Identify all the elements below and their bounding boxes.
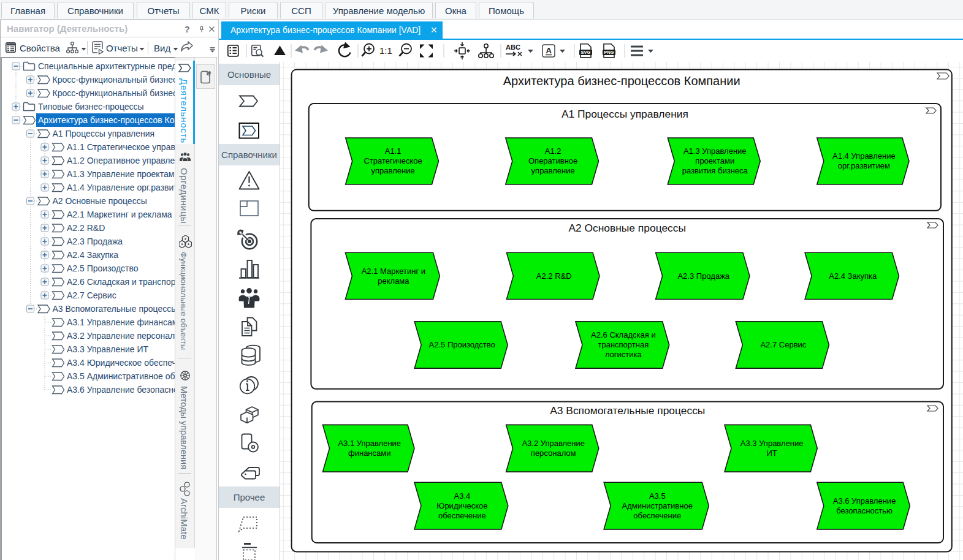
svg-text:Архитектура бизнес-процессов К: Архитектура бизнес-процессов Компании <box>38 115 175 125</box>
svg-text:Стратегическое: Стратегическое <box>364 156 422 165</box>
svg-text:А2.4 Закупка: А2.4 Закупка <box>829 271 877 281</box>
svg-text:реклама: реклама <box>378 276 409 286</box>
svg-text:Архитектура бизнес-процессов К: Архитектура бизнес-процессов Компании <box>503 74 740 88</box>
svg-text:А3.1 Управление: А3.1 Управление <box>338 439 401 448</box>
svg-text:А3.2 Управление: А3.2 Управление <box>522 439 585 448</box>
svg-text:А2.2 R&D: А2.2 R&D <box>67 223 105 233</box>
svg-text:обеспечение: обеспечение <box>633 511 681 520</box>
svg-text:А1.1: А1.1 <box>385 146 402 156</box>
svg-text:А1.2 Оперативное управление: А1.2 Оперативное управление <box>67 156 175 165</box>
svg-text:А3.3 Управление: А3.3 Управление <box>740 439 804 448</box>
svg-text:Административное: Административное <box>622 501 693 510</box>
svg-text:ИТ: ИТ <box>767 448 777 458</box>
svg-text:финансами: финансами <box>348 448 390 458</box>
svg-text:А1 Процессы управления: А1 Процессы управления <box>53 129 155 138</box>
svg-text:А2.5 Произодство: А2.5 Произодство <box>429 340 495 349</box>
svg-text:А2.7 Сервис: А2.7 Сервис <box>67 290 116 300</box>
svg-text:логистика: логистика <box>605 350 642 359</box>
svg-text:проектами: проектами <box>695 156 734 165</box>
svg-text:А3.6 Управление безопасностью: А3.6 Управление безопасностью <box>67 385 175 395</box>
svg-text:А3.5: А3.5 <box>649 491 666 501</box>
svg-text:развития бизнеса: развития бизнеса <box>682 166 748 175</box>
svg-text:А1.3 Управление: А1.3 Управление <box>683 146 747 156</box>
svg-text:А3.2 Управление персоналом: А3.2 Управление персоналом <box>67 331 175 341</box>
svg-text:SVG: SVG <box>581 50 591 55</box>
svg-text:транспортная: транспортная <box>598 340 649 349</box>
svg-text:A: A <box>546 46 552 55</box>
svg-text:А3.4: А3.4 <box>454 491 471 501</box>
svg-text:А1.4 Управление: А1.4 Управление <box>832 151 896 161</box>
svg-text:А2.7 Сервис: А2.7 Сервис <box>760 340 806 349</box>
svg-text:А2 Основные процессы: А2 Основные процессы <box>53 196 147 206</box>
svg-text:А1.4 Управление орг.развитием: А1.4 Управление орг.развитием <box>67 183 175 192</box>
svg-text:безопасностью: безопасностью <box>836 506 893 515</box>
svg-text:орг.развитием: орг.развитием <box>838 161 890 170</box>
svg-text:А3 Вспомогательные процессы: А3 Вспомогательные процессы <box>550 404 705 417</box>
svg-text:А3.3 Управление ИТ: А3.3 Управление ИТ <box>67 344 148 354</box>
svg-text:Юридическое: Юридическое <box>436 501 487 510</box>
svg-text:управление: управление <box>531 166 575 175</box>
svg-text:А2.5 Произодство: А2.5 Произодство <box>67 263 139 273</box>
svg-text:А2.4 Закупка: А2.4 Закупка <box>67 250 118 260</box>
svg-text:А2.3 Продажа: А2.3 Продажа <box>67 236 123 246</box>
svg-text:Кросс-функциональный бизнес-пр: Кросс-функциональный бизнес-процесс <box>53 88 176 98</box>
svg-text:А2.1 Маркетинг и: А2.1 Маркетинг и <box>362 267 425 276</box>
svg-text:А3.5 Административное обеспече: А3.5 Административное обеспечение <box>67 371 175 381</box>
svg-text:1:1: 1:1 <box>379 45 392 56</box>
svg-text:А2.1 Маркетинг и реклама: А2.1 Маркетинг и реклама <box>67 210 172 219</box>
svg-text:управление: управление <box>371 166 415 175</box>
svg-text:А2.3 Продажа: А2.3 Продажа <box>677 271 729 281</box>
svg-text:А1.1 Стратегическое управление: А1.1 Стратегическое управление <box>67 142 175 152</box>
svg-text:Специальные архитектурные пред: Специальные архитектурные представления <box>38 61 175 71</box>
svg-text:А3 Вспомогательные процессы: А3 Вспомогательные процессы <box>53 304 176 314</box>
svg-text:А1 Процессы управления: А1 Процессы управления <box>561 108 688 120</box>
svg-text:А3.1 Управление финансами: А3.1 Управление финансами <box>67 317 175 327</box>
svg-text:А1.3 Управление проектами разв: А1.3 Управление проектами развития бизне… <box>67 169 175 179</box>
svg-text:А2.2 R&D: А2.2 R&D <box>536 271 572 281</box>
svg-text:А2 Основные процессы: А2 Основные процессы <box>568 222 686 234</box>
svg-text:ABC: ABC <box>506 44 520 51</box>
svg-text:Типовые бизнес-процессы: Типовые бизнес-процессы <box>38 102 144 112</box>
svg-text:персоналом: персоналом <box>531 448 576 458</box>
svg-text:А3.6 Управление: А3.6 Управление <box>833 496 896 505</box>
svg-text:PNG: PNG <box>604 50 614 55</box>
svg-text:Кросс-функциональный бизнес-пр: Кросс-функциональный бизнес-процесс <box>53 75 176 85</box>
svg-text:Оперативное: Оперативное <box>528 156 577 165</box>
svg-text:А2.6 Складская и: А2.6 Складская и <box>591 330 656 339</box>
svg-text:А1.2: А1.2 <box>545 146 561 156</box>
svg-text:А2.6 Складская и транспортная: А2.6 Складская и транспортная логистика <box>67 277 175 287</box>
svg-text:А3.4 Юридическое обеспечение: А3.4 Юридическое обеспечение <box>67 358 175 368</box>
svg-text:обеспечение: обеспечение <box>438 511 486 520</box>
